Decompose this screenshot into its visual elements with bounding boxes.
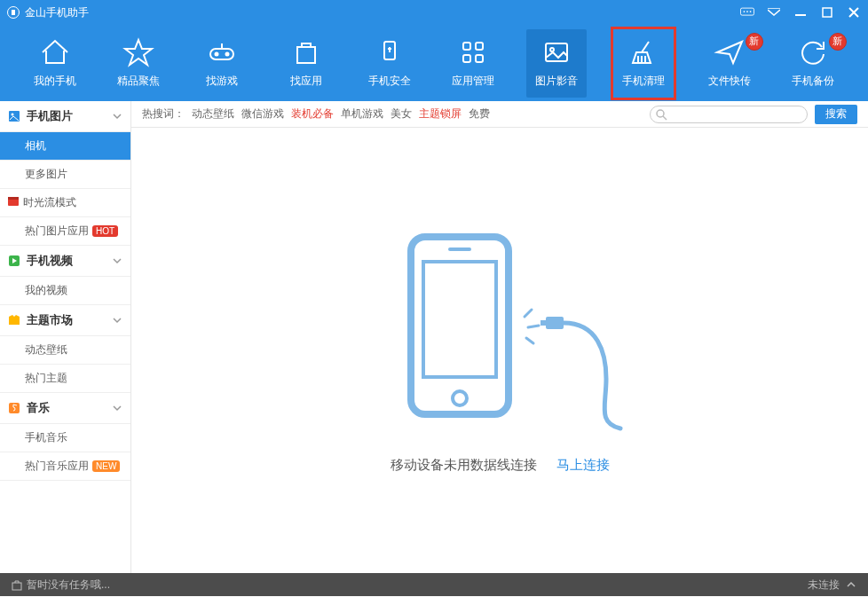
sidebar-item-my-video[interactable]: 我的视频 [0, 277, 130, 305]
sidebar-section-images[interactable]: 手机图片 [0, 101, 130, 132]
nav-security[interactable]: 手机安全 [359, 29, 420, 98]
sidebar-item-hot-theme[interactable]: 热门主题 [0, 365, 130, 393]
video-icon [7, 254, 21, 268]
sidebar-item-phone-music[interactable]: 手机音乐 [0, 424, 130, 452]
item-label: 相机 [25, 138, 46, 153]
sidebar-item-camera[interactable]: 相机 [0, 132, 130, 161]
nav-label: 精品聚焦 [117, 74, 160, 89]
sidebar-item-timeline[interactable]: 时光流模式 [0, 189, 130, 217]
home-icon [39, 36, 71, 68]
hotword[interactable]: 美女 [391, 106, 412, 122]
connect-now-link[interactable]: 马上连接 [556, 457, 610, 474]
window-title: 金山手机助手 [25, 5, 89, 20]
star-icon [122, 36, 154, 68]
grid-icon [457, 36, 489, 68]
nav-label: 我的手机 [34, 74, 76, 89]
sidebar: 手机图片 相机 更多图片 时光流模式 热门图片应用 HOT 手机视频 [0, 101, 131, 573]
main-area: 热搜词： 动态壁纸 微信游戏 装机必备 单机游戏 美女 主题锁屏 免费 搜索 [131, 101, 868, 573]
app-logo-icon [7, 6, 20, 19]
sidebar-section-theme[interactable]: 主题市场 [0, 305, 130, 336]
nav-apps[interactable]: 找应用 [276, 29, 336, 98]
nav-media[interactable]: 图片影音 [526, 29, 587, 98]
hotword[interactable]: 装机必备 [291, 106, 334, 122]
refresh-icon [797, 36, 829, 68]
svg-rect-12 [476, 43, 483, 50]
svg-point-24 [657, 110, 664, 117]
send-icon [714, 36, 746, 68]
main-canvas: 移动设备未用数据线连接 马上连接 [131, 128, 868, 573]
hotword[interactable]: 微信游戏 [241, 106, 284, 122]
item-label: 热门图片应用 [25, 224, 89, 239]
task-icon [11, 578, 23, 591]
sidebar-section-music[interactable]: 音乐 [0, 393, 130, 424]
svg-point-1 [744, 11, 746, 12]
nav-games[interactable]: 找游戏 [192, 29, 252, 98]
svg-point-2 [746, 11, 748, 12]
hotbar-prefix: 热搜词： [142, 106, 185, 122]
expand-up-icon[interactable] [845, 578, 857, 591]
svg-rect-22 [9, 317, 20, 325]
nav-featured[interactable]: 精品聚焦 [108, 29, 169, 98]
search-input[interactable] [650, 106, 808, 123]
svg-rect-11 [463, 43, 470, 50]
svg-point-16 [550, 48, 554, 51]
svg-rect-26 [423, 262, 496, 377]
section-title: 手机视频 [27, 253, 73, 269]
nav-backup[interactable]: 新 手机备份 [783, 29, 843, 98]
new-badge: NEW [92, 460, 120, 472]
nav-label: 手机清理 [622, 74, 665, 89]
bag-icon [290, 36, 322, 68]
svg-rect-29 [546, 317, 564, 329]
svg-rect-13 [463, 55, 470, 62]
sidebar-section-video[interactable]: 手机视频 [0, 246, 130, 277]
close-icon[interactable] [847, 6, 861, 19]
svg-rect-6 [210, 49, 233, 59]
titlebar-left: 金山手机助手 [7, 5, 740, 20]
svg-point-27 [453, 391, 467, 405]
hotword[interactable]: 动态壁纸 [192, 106, 234, 122]
nav-label: 文件快传 [708, 74, 751, 89]
hot-badge: HOT [92, 225, 118, 237]
new-badge: 新 [829, 33, 847, 51]
section-title: 主题市场 [27, 312, 73, 328]
search-icon [655, 108, 667, 123]
sidebar-item-hot-music[interactable]: 热门音乐应用 NEW [0, 452, 130, 481]
menu-icon[interactable] [767, 6, 781, 19]
minimize-icon[interactable] [793, 6, 808, 19]
photo-icon [541, 36, 572, 68]
hotword[interactable]: 免费 [469, 106, 490, 122]
chevron-down-icon [113, 255, 122, 268]
nav-label: 手机备份 [792, 74, 834, 89]
sidebar-item-more-images[interactable]: 更多图片 [0, 161, 130, 189]
svg-point-8 [226, 52, 229, 55]
item-label: 动态壁纸 [25, 342, 67, 358]
svg-point-18 [12, 114, 14, 116]
svg-rect-30 [541, 320, 548, 326]
image-icon [7, 109, 21, 123]
sidebar-item-hot-images[interactable]: 热门图片应用 HOT [0, 217, 130, 246]
item-label: 时光流模式 [23, 195, 76, 210]
statusbar-right: 未连接 [808, 578, 857, 593]
hotword[interactable]: 单机游戏 [341, 106, 383, 122]
hotword[interactable]: 主题锁屏 [419, 106, 462, 122]
svg-rect-31 [12, 583, 21, 590]
search-button[interactable]: 搜索 [815, 105, 857, 124]
svg-point-7 [216, 52, 218, 55]
nav-clean[interactable]: 手机清理 [611, 27, 676, 100]
message-icon[interactable] [740, 6, 754, 19]
item-label: 更多图片 [25, 167, 67, 182]
titlebar: 金山手机助手 [0, 0, 868, 25]
nav-transfer[interactable]: 新 文件快传 [699, 29, 760, 98]
item-label: 我的视频 [25, 283, 67, 298]
nav-app-manage[interactable]: 应用管理 [443, 29, 503, 98]
theme-icon [7, 313, 21, 327]
item-label: 手机音乐 [25, 430, 67, 445]
maximize-icon[interactable] [820, 6, 834, 19]
nav-my-phone[interactable]: 我的手机 [25, 29, 85, 98]
sidebar-item-live-wallpaper[interactable]: 动态壁纸 [0, 336, 130, 365]
svg-rect-14 [476, 55, 483, 62]
svg-point-3 [750, 11, 752, 12]
new-badge: 新 [746, 33, 763, 51]
nav-label: 找游戏 [206, 74, 238, 89]
chevron-down-icon [113, 110, 122, 123]
